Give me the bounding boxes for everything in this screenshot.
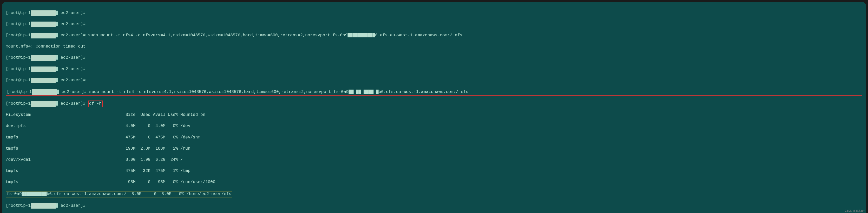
redacted-ip: xx xx x xx <box>31 66 56 72</box>
prompt-line: [root@ip-1xx xx x xx█ ec2-user]# <box>6 203 862 209</box>
df-command-highlight: df -h <box>88 100 103 107</box>
watermark-text: CSDN @@真真~ <box>845 209 865 213</box>
highlighted-mount-command: [root@ip-1xx xx x xx█ ec2-user]# sudo mo… <box>6 89 862 96</box>
prompt-line: [root@ip-1xx xx x xx█ ec2-user]# <box>6 55 862 61</box>
error-output: mount.nfs4: Connection timed out <box>6 44 862 50</box>
df-row: /dev/xvda1 8.0G 1.9G 6.2G 24% / <box>6 157 862 163</box>
prompt-line: [root@ip-1xx xx x xx█ ec2-user]# sudo mo… <box>6 33 862 38</box>
redacted-ip: xx xx x xx <box>31 55 56 61</box>
redacted-ip: xx xx x xx <box>31 10 56 16</box>
df-row: tmpfs 475M 0 475M 0% /dev/shm <box>6 135 862 141</box>
df-row: devtmpfs 4.0M 0 4.0M 0% /dev <box>6 123 862 129</box>
df-row: tmpfs 475M 32K 475M 1% /tmp <box>6 168 862 174</box>
redacted-ip: xx xx x xx <box>31 78 56 83</box>
redacted-ip: xx xx x xx <box>32 89 57 95</box>
redacted-ip: xx xx x xx <box>31 33 56 38</box>
prompt-line: [root@ip-1xx xx x xx█ ec2-user]# <box>6 10 862 16</box>
df-row: tmpfs 190M 2.8M 188M 2% /run <box>6 146 862 152</box>
df-row: tmpfs 95M 0 95M 0% /run/user/1000 <box>6 180 862 185</box>
terminal-output[interactable]: [root@ip-1xx xx x xx█ ec2-user]# [root@i… <box>2 2 866 213</box>
mount-command-2: sudo mount -t nfs4 -o nfsvers=4.1,rsize=… <box>89 90 468 94</box>
highlighted-efs-mount-row: fs-0a9██████████b6.efs.eu-west-1.amazona… <box>6 191 232 198</box>
mount-command-1: sudo mount -t nfs4 -o nfsvers=4.1,rsize=… <box>88 33 462 38</box>
prompt-line: [root@ip-1xx xx x xx█ ec2-user]# <box>6 66 862 72</box>
prompt-line: [root@ip-1xx xx x xx█ ec2-user]# <box>6 22 862 27</box>
prompt-line: [root@ip-1xx xx x xx█ ec2-user]# <box>6 78 862 83</box>
redacted-ip: xx xx x xx <box>31 101 56 107</box>
redacted-ip: xx xx x xx <box>31 203 56 209</box>
redacted-ip: xx xx x xx <box>31 22 56 27</box>
prompt-line-df: [root@ip-1xx xx x xx█ ec2-user]# df -h <box>6 101 862 107</box>
df-header: Filesystem Size Used Avail Use% Mounted … <box>6 112 862 118</box>
shell-prompt: [root@ip-1 <box>6 11 31 15</box>
